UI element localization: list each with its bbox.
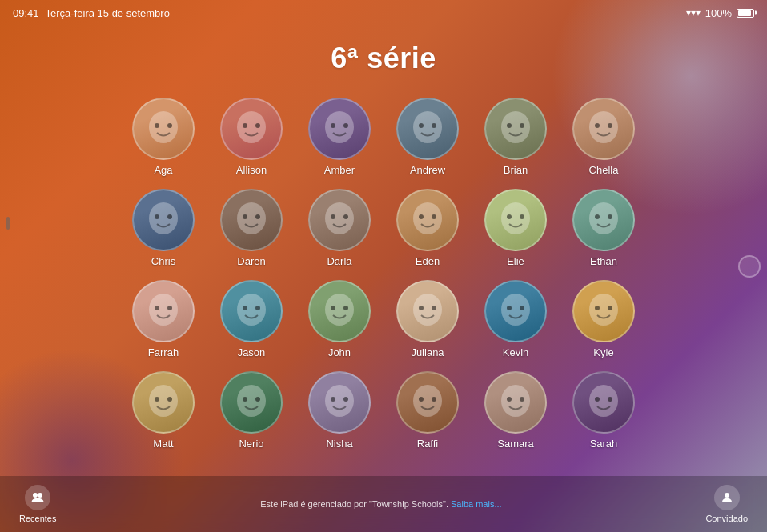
- student-name-andrew: Andrew: [410, 164, 445, 176]
- student-item-daren[interactable]: Daren: [211, 189, 291, 267]
- svg-point-11: [432, 123, 436, 128]
- student-item-eden[interactable]: Eden: [388, 189, 468, 267]
- student-item-aga[interactable]: Aga: [123, 98, 203, 176]
- ipad-screen: 09:41 Terça-feira 15 de setembro ▾▾▾ 100…: [0, 0, 767, 532]
- svg-point-8: [343, 123, 348, 128]
- learn-more-link[interactable]: Saiba mais...: [451, 499, 502, 509]
- managed-notice: Este iPad é gerenciado por "Township Sch…: [260, 499, 501, 509]
- svg-point-60: [325, 385, 354, 417]
- student-item-ethan[interactable]: Ethan: [564, 189, 644, 267]
- avatar-darla: [308, 189, 371, 251]
- student-item-chris[interactable]: Chris: [123, 189, 203, 267]
- avatar-aga: [132, 98, 195, 160]
- svg-point-36: [149, 294, 178, 326]
- student-name-aga: Aga: [154, 164, 172, 176]
- svg-point-67: [507, 397, 512, 402]
- guest-button[interactable]: Convidado: [705, 485, 748, 523]
- avatar-farrah: [132, 280, 195, 342]
- student-item-farrah[interactable]: Farrah: [123, 280, 203, 358]
- avatar-samara: [484, 371, 547, 434]
- svg-point-71: [608, 397, 612, 402]
- svg-point-72: [33, 493, 38, 498]
- student-item-kyle[interactable]: Kyle: [564, 280, 644, 358]
- avatar-nerio: [220, 371, 283, 434]
- recents-button[interactable]: Recentes: [19, 485, 56, 523]
- svg-point-50: [520, 306, 524, 310]
- guest-label: Convidado: [705, 514, 748, 523]
- svg-point-68: [520, 397, 524, 402]
- svg-point-53: [608, 306, 612, 310]
- student-name-kevin: Kevin: [503, 346, 529, 358]
- wifi-icon: ▾▾▾: [686, 7, 701, 18]
- student-item-jason[interactable]: Jason: [211, 280, 291, 358]
- svg-point-58: [243, 397, 247, 402]
- svg-point-73: [38, 493, 42, 498]
- svg-point-33: [589, 202, 618, 234]
- student-name-darla: Darla: [327, 255, 351, 267]
- svg-point-51: [589, 294, 618, 326]
- student-name-ethan: Ethan: [590, 255, 617, 267]
- student-item-kevin[interactable]: Kevin: [476, 280, 556, 358]
- student-item-nisha[interactable]: Nisha: [299, 371, 379, 450]
- student-name-eden: Eden: [416, 255, 440, 267]
- svg-point-43: [331, 306, 335, 310]
- svg-point-48: [501, 294, 530, 326]
- student-name-nerio: Nerio: [239, 438, 263, 450]
- status-right: ▾▾▾ 100%: [686, 7, 754, 19]
- student-name-brian: Brian: [504, 164, 528, 176]
- avatar-kyle: [572, 280, 635, 342]
- avatar-allison: [220, 98, 283, 160]
- student-name-matt: Matt: [153, 438, 173, 450]
- svg-point-6: [325, 111, 354, 143]
- svg-point-66: [501, 385, 530, 417]
- avatar-jason: [220, 280, 283, 342]
- svg-point-62: [343, 397, 348, 402]
- student-item-matt[interactable]: Matt: [123, 371, 203, 450]
- svg-point-39: [237, 294, 266, 326]
- svg-point-56: [167, 397, 172, 402]
- recents-icon: [25, 485, 50, 510]
- svg-point-19: [155, 214, 159, 219]
- avatar-elie: [484, 189, 547, 251]
- svg-point-12: [501, 111, 530, 143]
- svg-point-64: [419, 397, 424, 402]
- status-left: 09:41 Terça-feira 15 de setembro: [13, 7, 170, 19]
- student-item-samara[interactable]: Samara: [476, 371, 556, 450]
- student-name-elie: Elie: [507, 255, 524, 267]
- student-item-elie[interactable]: Elie: [476, 189, 556, 267]
- student-item-sarah[interactable]: Sarah: [564, 371, 644, 450]
- students-grid: AgaAllisonAmberAndrewBrianChellaChrisDar…: [123, 98, 644, 450]
- student-item-juliana[interactable]: Juliana: [388, 280, 468, 358]
- student-item-nerio[interactable]: Nerio: [211, 371, 291, 450]
- svg-point-4: [243, 123, 247, 128]
- guest-icon: [714, 485, 740, 510]
- svg-point-59: [255, 397, 260, 402]
- student-item-darla[interactable]: Darla: [299, 189, 379, 267]
- svg-point-27: [413, 202, 442, 234]
- student-name-kyle: Kyle: [593, 346, 613, 358]
- svg-point-52: [595, 306, 600, 310]
- avatar-ethan: [572, 189, 635, 251]
- avatar-juliana: [396, 280, 459, 342]
- student-item-allison[interactable]: Allison: [211, 98, 291, 176]
- student-item-john[interactable]: John: [299, 280, 379, 358]
- student-name-chella: Chella: [589, 164, 619, 176]
- svg-point-41: [255, 306, 260, 310]
- student-name-jason: Jason: [238, 346, 266, 358]
- student-item-raffi[interactable]: Raffi: [388, 371, 468, 450]
- student-item-brian[interactable]: Brian: [476, 98, 556, 176]
- student-item-amber[interactable]: Amber: [299, 98, 379, 176]
- svg-point-0: [149, 111, 178, 143]
- student-name-allison: Allison: [236, 164, 267, 176]
- avatar-andrew: [396, 98, 459, 160]
- svg-point-44: [343, 306, 348, 310]
- svg-point-1: [155, 123, 159, 128]
- svg-point-7: [331, 123, 335, 128]
- student-item-chella[interactable]: Chella: [564, 98, 644, 176]
- avatar-kevin: [484, 280, 547, 342]
- svg-point-49: [507, 306, 512, 310]
- battery-icon: [737, 9, 754, 18]
- svg-point-46: [419, 306, 424, 310]
- student-name-daren: Daren: [237, 255, 265, 267]
- student-item-andrew[interactable]: Andrew: [388, 98, 468, 176]
